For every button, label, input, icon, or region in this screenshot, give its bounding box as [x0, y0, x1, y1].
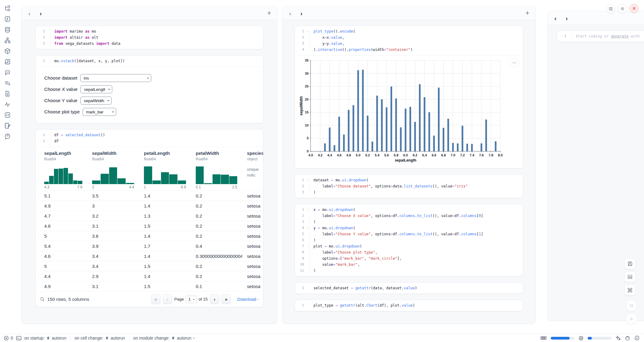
code-line[interactable]: 1›x = mo.ui.dropdown( — [295, 207, 523, 213]
first-page-button[interactable]: « — [151, 294, 161, 304]
table-row[interactable]: 5.13.51.40.2setosa — [39, 191, 263, 201]
table-row[interactable]: 53.61.40.2setosa — [39, 231, 263, 241]
column-header-petalWidth[interactable]: petalWidthfloat640.12.5 — [191, 147, 242, 191]
code-snippet-icon[interactable] — [2, 110, 13, 120]
activity-icon[interactable] — [2, 99, 13, 110]
sparkles-icon[interactable] — [615, 335, 621, 341]
plot-type-select[interactable]: mark_bar — [83, 108, 116, 116]
code-line[interactable]: 1›plot_type().encode( — [295, 28, 523, 34]
code-line[interactable]: 4›y = mo.ui.dropdown( — [295, 225, 523, 231]
connection-check-icon[interactable] — [634, 335, 640, 341]
code-editor-plot-type[interactable]: 1plot_type = getattr(alt.Chart(df), plot… — [295, 300, 523, 311]
column-forward-icon[interactable]: › — [565, 15, 568, 21]
column-back-icon[interactable]: ‹ — [28, 10, 31, 16]
code-editor-selected[interactable]: 1selected_dataset = getattr(data, datase… — [295, 283, 523, 294]
code-line[interactable]: 2 label="Choose dataset", options=data.l… — [295, 183, 523, 189]
generate-link[interactable]: generate — [611, 34, 629, 38]
on-module-change-setting[interactable]: on module change: autorun › — [133, 336, 195, 340]
dataset-select[interactable]: iris — [80, 74, 151, 82]
database-icon[interactable] — [2, 24, 13, 35]
column-back-icon[interactable]: ‹ — [288, 10, 292, 16]
code-editor-imports[interactable]: 1import marimo as mo2import altair as al… — [36, 26, 263, 49]
download-button[interactable]: Download › — [237, 297, 259, 302]
on-cell-change-setting[interactable]: on cell change: autorun — [74, 336, 125, 340]
sitemap-icon[interactable] — [2, 35, 13, 46]
code-line[interactable]: 8 label="Choose plot type", — [295, 249, 523, 255]
page-select[interactable]: 1 — [186, 296, 197, 303]
next-page-button[interactable]: › — [210, 294, 219, 304]
last-page-button[interactable]: » — [221, 294, 231, 304]
code-line[interactable]: 6) — [295, 237, 523, 243]
code-editor-empty[interactable]: 1 Start coding or generate with — [557, 31, 644, 42]
help-icon[interactable] — [2, 131, 13, 142]
chart-actions-icon[interactable] — [510, 58, 519, 68]
code-line[interactable]: 2 label="Choose X value", options=df.col… — [295, 213, 523, 219]
code-line[interactable]: 7›plot = mo.ui.dropdown( — [295, 243, 523, 249]
code-line[interactable]: 1selected_dataset = getattr(data, datase… — [295, 285, 523, 291]
function-square-icon[interactable] — [2, 14, 13, 24]
column-header-sepalLength[interactable]: sepalLengthfloat644.37.9 — [39, 147, 87, 191]
code-line[interactable]: 11) — [295, 268, 523, 274]
column-header-sepalWidth[interactable]: sepalWidthfloat6424.4 — [87, 147, 139, 191]
terminal-icon[interactable] — [16, 336, 22, 341]
on-startup-setting[interactable]: on startup: autorun — [24, 336, 66, 340]
chat-bot-icon[interactable] — [2, 67, 13, 78]
code-line[interactable]: 4).interactive().properties(width="conta… — [295, 47, 523, 53]
column-back-icon[interactable]: ‹ — [554, 15, 557, 21]
y-value-select[interactable]: sepalWidth — [80, 97, 112, 105]
table-row[interactable]: 4.63.11.50.2setosa — [39, 221, 263, 231]
code-line[interactable]: 1import marimo as mo — [36, 28, 263, 34]
bar-chart[interactable]: 4.04.24.44.64.85.05.25.45.65.86.06.26.46… — [299, 58, 518, 165]
code-line[interactable]: 1df = selected_dataset() — [36, 132, 263, 138]
stop-icon[interactable] — [626, 300, 637, 311]
code-editor-xy[interactable]: 1›x = mo.ui.dropdown(2 label="Choose X v… — [295, 204, 523, 276]
code-line[interactable]: 9 options=["mark_bar", "mark_circle"], — [295, 255, 523, 262]
code-line[interactable]: 1plot_type = getattr(alt.Chart(df), plot… — [295, 302, 523, 308]
document-icon[interactable] — [2, 88, 13, 99]
copilot-icon[interactable] — [625, 335, 630, 341]
code-line[interactable]: 2import altair as alt — [36, 34, 263, 41]
fold-chevron-icon[interactable]: › — [306, 225, 309, 231]
file-tree-icon[interactable] — [2, 3, 13, 14]
package-icon[interactable] — [2, 46, 13, 56]
fold-chevron-icon[interactable]: › — [306, 243, 309, 249]
code-line[interactable]: 2 x=x.value, — [295, 34, 523, 41]
prev-page-button[interactable]: ‹ — [163, 294, 172, 304]
code-line[interactable]: 3) — [295, 189, 523, 195]
code-line[interactable]: 3) — [295, 219, 523, 225]
notebook-edit-icon[interactable] — [2, 120, 13, 131]
code-editor-plot[interactable]: 1›plot_type().encode(2 x=x.value,3 y=y.v… — [295, 26, 523, 55]
run-icon[interactable] — [626, 313, 637, 324]
code-line[interactable]: 3from vega_datasets import data — [36, 41, 263, 47]
search-icon[interactable] — [40, 297, 45, 302]
table-row[interactable]: 53.41.50.2setosa — [39, 261, 263, 271]
add-cell-icon[interactable]: + — [267, 10, 271, 16]
layout-icon[interactable] — [624, 271, 636, 282]
table-row[interactable]: 4.42.91.40.2setosa — [39, 271, 263, 281]
column-header-petalLength[interactable]: petalLengthfloat6416.9 — [139, 147, 191, 191]
fold-chevron-icon[interactable]: › — [306, 207, 309, 213]
code-editor-vstack[interactable]: 1mo.vstack([dataset, x, y, plot]) — [36, 55, 263, 66]
column-header-species[interactable]: speciesobjectunique:nulls: — [242, 147, 263, 191]
close-icon[interactable] — [629, 4, 639, 13]
scroll-icon[interactable] — [2, 56, 13, 67]
column-forward-icon[interactable]: › — [39, 10, 42, 16]
fold-chevron-icon[interactable]: › — [306, 177, 309, 183]
fold-chevron-icon[interactable]: › — [306, 28, 309, 34]
save-icon[interactable] — [624, 258, 636, 269]
code-editor-df[interactable]: 1df = selected_dataset()2df — [36, 130, 263, 147]
table-row[interactable]: 4.931.40.2setosa — [39, 201, 263, 211]
code-editor-dataset[interactable]: 1›dataset = mo.ui.dropdown(2 label="Choo… — [295, 175, 523, 198]
command-icon[interactable] — [624, 285, 636, 296]
menu-icon[interactable] — [606, 4, 615, 13]
code-line[interactable]: 3 y=y.value, — [295, 41, 523, 47]
add-cell-icon[interactable]: + — [525, 10, 529, 16]
code-line[interactable]: 5 label="Choose Y value", options=df.col… — [295, 231, 523, 237]
table-row[interactable]: 4.73.21.30.2setosa — [39, 211, 263, 221]
code-line[interactable]: 2df — [36, 138, 263, 144]
error-indicator[interactable]: 0 — [4, 336, 13, 341]
table-row[interactable]: 5.43.91.70.4setosa — [39, 241, 263, 251]
column-forward-icon[interactable]: › — [300, 10, 303, 16]
code-line[interactable]: 10 value="mark_bar", — [295, 262, 523, 268]
gear-icon[interactable] — [618, 4, 627, 13]
